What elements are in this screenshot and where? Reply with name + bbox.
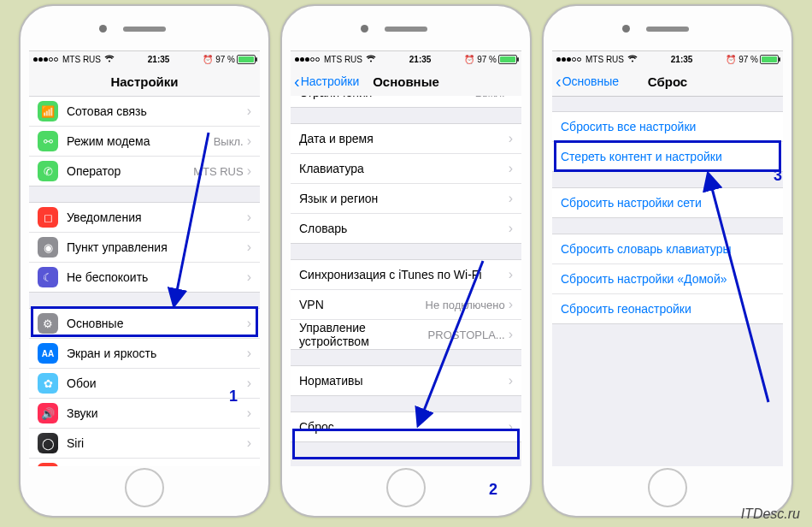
chevron-right-icon: › <box>509 297 513 312</box>
row-cellular[interactable]: 📶 Сотовая связь › <box>29 97 260 127</box>
row-itunes-wifi[interactable]: Синхронизация с iTunes по Wi-Fi› <box>291 260 521 290</box>
chevron-right-icon: › <box>247 346 251 361</box>
camera-dot <box>99 25 107 33</box>
signal-dots-icon <box>556 55 582 64</box>
row-reset-home[interactable]: Сбросить настройки «Домой» <box>552 264 783 294</box>
row-reset-location[interactable]: Сбросить геонастройки <box>552 294 783 323</box>
notifications-icon: ◻ <box>38 207 58 228</box>
camera-dot <box>622 25 630 33</box>
status-bar: MTS RUS 21:35 ⏰ 97 % <box>552 51 783 67</box>
wallpaper-icon: ✿ <box>38 373 58 394</box>
row-carrier[interactable]: ✆ Оператор MTS RUS › <box>29 157 260 186</box>
phone-general: MTS RUS 21:35 ⏰ 97 % ‹ Настройки Основны… <box>280 4 532 518</box>
reset-list: Сбросить все настройки Стереть контент и… <box>552 96 783 466</box>
chevron-right-icon: › <box>509 96 513 100</box>
row-reset-network[interactable]: Сбросить настройки сети <box>552 188 783 217</box>
row-touchid[interactable]: ◉ Touch ID и код-пароль › <box>29 459 260 466</box>
label-restrictions: Ограничения <box>299 96 475 99</box>
label-vpn: VPN <box>299 298 426 311</box>
speaker <box>385 27 427 32</box>
row-datetime[interactable]: Дата и время› <box>291 124 521 154</box>
row-sounds[interactable]: 🔊 Звуки › <box>29 399 260 429</box>
label-erase-all: Стереть контент и настройки <box>561 150 774 163</box>
gear-icon: ⚙ <box>38 313 58 334</box>
label-dictionary: Словарь <box>299 222 509 235</box>
chevron-right-icon: › <box>247 210 251 225</box>
home-button[interactable] <box>386 468 426 507</box>
camera-dot <box>361 25 368 33</box>
row-restrictions[interactable]: Ограничения Выкл. › <box>291 96 521 107</box>
screen-1: MTS RUS 21:35 ⏰ 97 % Настройки 📶 Сотовая… <box>29 50 260 466</box>
detail-restrictions: Выкл. <box>475 96 505 99</box>
chevron-right-icon: › <box>509 131 513 146</box>
row-reset-keyboard[interactable]: Сбросить словарь клавиатуры <box>552 234 783 264</box>
label-profile: Управление устройством <box>299 321 428 348</box>
row-language[interactable]: Язык и регион› <box>291 184 521 214</box>
label-keyboard: Клавиатура <box>299 162 509 175</box>
carrier-text: MTS RUS <box>62 55 101 64</box>
general-list: Ограничения Выкл. › Дата и время› Клавиа… <box>291 96 521 466</box>
status-bar: MTS RUS 21:35 ⏰ 97 % <box>29 51 260 67</box>
row-control-center[interactable]: ◉ Пункт управления › <box>29 233 260 263</box>
label-carrier: Оператор <box>67 164 193 178</box>
label-dnd: Не беспокоить <box>67 270 247 284</box>
moon-icon: ☾ <box>38 267 58 287</box>
row-device-management[interactable]: Управление устройствомPROSTOPLA...› <box>291 320 521 349</box>
status-time: 21:35 <box>638 55 726 64</box>
control-center-icon: ◉ <box>38 237 58 258</box>
home-button[interactable] <box>648 468 687 507</box>
label-general: Основные <box>67 317 247 330</box>
battery-icon <box>237 55 256 64</box>
row-notifications[interactable]: ◻ Уведомления › <box>29 203 260 233</box>
chevron-right-icon: › <box>509 373 513 388</box>
label-language: Язык и регион <box>299 192 509 205</box>
label-datetime: Дата и время <box>299 132 509 145</box>
row-display[interactable]: AA Экран и яркость › <box>29 339 260 369</box>
row-reset[interactable]: Сброс› <box>291 412 521 441</box>
chevron-right-icon: › <box>247 133 251 149</box>
row-hotspot[interactable]: ⚯ Режим модема Выкл. › <box>29 127 260 157</box>
label-reset-all: Сбросить все настройки <box>561 120 774 133</box>
row-dnd[interactable]: ☾ Не беспокоить › <box>29 263 260 292</box>
row-reset-all[interactable]: Сбросить все настройки <box>552 112 783 142</box>
row-general[interactable]: ⚙ Основные › <box>29 309 260 339</box>
row-wallpaper[interactable]: ✿ Обои › <box>29 369 260 399</box>
chevron-right-icon: › <box>247 240 251 255</box>
speaker <box>123 27 166 32</box>
nav-bar: Настройки <box>29 67 260 97</box>
label-notifications: Уведомления <box>67 210 247 224</box>
chevron-right-icon: › <box>509 221 513 236</box>
row-erase-all[interactable]: Стереть контент и настройки <box>552 142 783 171</box>
settings-list: 📶 Сотовая связь › ⚯ Режим модема Выкл. ›… <box>29 96 260 466</box>
nav-bar: ‹ Основные Сброс <box>552 67 783 97</box>
battery-icon <box>760 55 779 64</box>
back-button[interactable]: ‹ Настройки <box>291 73 359 90</box>
carrier-text: MTS RUS <box>324 55 362 64</box>
battery-text: 97 % <box>477 55 497 64</box>
battery-text: 97 % <box>738 55 758 64</box>
home-button[interactable] <box>125 468 164 507</box>
row-keyboard[interactable]: Клавиатура› <box>291 154 521 184</box>
chevron-right-icon: › <box>247 465 251 466</box>
carrier-text: MTS RUS <box>585 55 624 64</box>
sounds-icon: 🔊 <box>38 403 58 423</box>
back-button[interactable]: ‹ Основные <box>552 73 619 90</box>
row-siri[interactable]: ◯ Siri › <box>29 429 260 459</box>
signal-dots-icon <box>295 55 321 64</box>
label-siri: Siri <box>67 436 247 450</box>
chevron-right-icon: › <box>247 435 251 451</box>
chevron-right-icon: › <box>509 327 513 342</box>
wifi-icon <box>627 55 638 64</box>
screen-2: MTS RUS 21:35 ⏰ 97 % ‹ Настройки Основны… <box>291 50 521 466</box>
chevron-right-icon: › <box>247 163 251 179</box>
detail-profile: PROSTOPLA... <box>428 329 505 341</box>
wifi-icon <box>104 55 115 64</box>
label-sounds: Звуки <box>67 406 247 420</box>
label-display: Экран и яркость <box>67 346 247 360</box>
label-regulatory: Нормативы <box>299 374 509 388</box>
row-dictionary[interactable]: Словарь› <box>291 214 521 243</box>
chevron-left-icon: ‹ <box>556 73 562 90</box>
row-regulatory[interactable]: Нормативы› <box>291 366 521 395</box>
step-3: 3 <box>774 167 782 185</box>
row-vpn[interactable]: VPNНе подключено› <box>291 290 521 320</box>
